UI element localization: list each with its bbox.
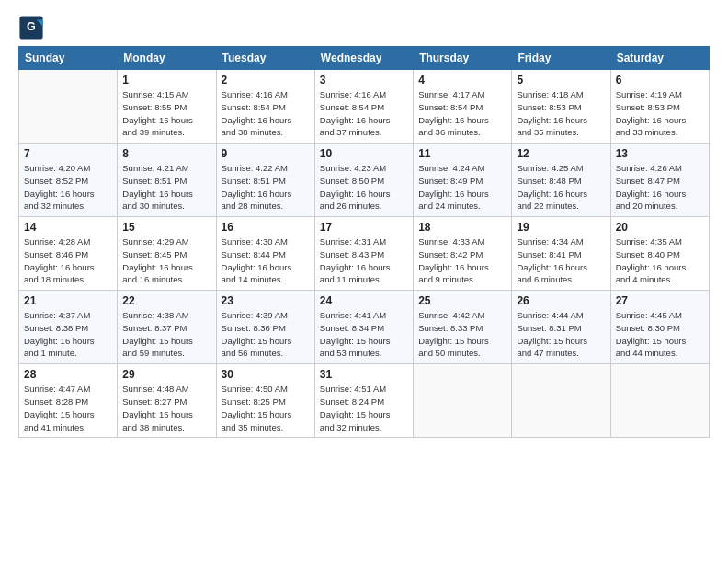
calendar-cell: 10Sunrise: 4:23 AMSunset: 8:50 PMDayligh… xyxy=(314,144,413,217)
day-number: 13 xyxy=(616,147,704,160)
calendar-cell: 5Sunrise: 4:18 AMSunset: 8:53 PMDaylight… xyxy=(512,70,610,144)
main-container: G SundayMondayTuesdayWednesdayThursdayFr… xyxy=(0,0,728,447)
logo: G xyxy=(18,15,48,40)
day-info: Sunrise: 4:42 AMSunset: 8:33 PMDaylight:… xyxy=(418,309,506,360)
calendar-cell: 16Sunrise: 4:30 AMSunset: 8:44 PMDayligh… xyxy=(216,217,314,291)
day-number: 9 xyxy=(222,147,310,160)
logo-icon: G xyxy=(18,15,44,40)
calendar-cell xyxy=(512,364,610,438)
calendar-cell: 28Sunrise: 4:47 AMSunset: 8:28 PMDayligh… xyxy=(19,364,118,438)
day-info: Sunrise: 4:41 AMSunset: 8:34 PMDaylight:… xyxy=(320,309,408,360)
day-number: 25 xyxy=(418,294,506,307)
calendar-week-3: 14Sunrise: 4:28 AMSunset: 8:46 PMDayligh… xyxy=(19,217,710,291)
calendar-cell: 19Sunrise: 4:34 AMSunset: 8:41 PMDayligh… xyxy=(512,217,610,291)
day-number: 26 xyxy=(517,294,605,307)
calendar-week-2: 7Sunrise: 4:20 AMSunset: 8:52 PMDaylight… xyxy=(19,144,710,217)
day-info: Sunrise: 4:18 AMSunset: 8:53 PMDaylight:… xyxy=(517,88,605,139)
day-info: Sunrise: 4:47 AMSunset: 8:28 PMDaylight:… xyxy=(24,383,112,433)
calendar-cell: 8Sunrise: 4:21 AMSunset: 8:51 PMDaylight… xyxy=(118,144,216,217)
day-info: Sunrise: 4:31 AMSunset: 8:43 PMDaylight:… xyxy=(320,236,408,286)
calendar-cell xyxy=(414,364,512,438)
day-info: Sunrise: 4:45 AMSunset: 8:30 PMDaylight:… xyxy=(616,309,704,360)
day-number: 23 xyxy=(222,294,310,307)
calendar-body: 1Sunrise: 4:15 AMSunset: 8:55 PMDaylight… xyxy=(19,70,710,438)
day-info: Sunrise: 4:21 AMSunset: 8:51 PMDaylight:… xyxy=(122,162,210,213)
calendar-cell: 26Sunrise: 4:44 AMSunset: 8:31 PMDayligh… xyxy=(512,291,610,364)
day-header-thursday: Thursday xyxy=(414,47,512,70)
calendar-cell: 22Sunrise: 4:38 AMSunset: 8:37 PMDayligh… xyxy=(118,291,216,364)
day-number: 29 xyxy=(122,368,210,381)
day-info: Sunrise: 4:19 AMSunset: 8:53 PMDaylight:… xyxy=(616,88,704,139)
day-number: 4 xyxy=(418,74,506,86)
calendar-cell: 23Sunrise: 4:39 AMSunset: 8:36 PMDayligh… xyxy=(216,291,314,364)
day-number: 27 xyxy=(616,294,704,307)
calendar-cell: 20Sunrise: 4:35 AMSunset: 8:40 PMDayligh… xyxy=(610,217,709,291)
day-number: 30 xyxy=(222,368,310,381)
day-header-friday: Friday xyxy=(512,47,610,70)
day-number: 21 xyxy=(24,294,112,307)
day-info: Sunrise: 4:44 AMSunset: 8:31 PMDaylight:… xyxy=(517,309,605,360)
day-info: Sunrise: 4:22 AMSunset: 8:51 PMDaylight:… xyxy=(222,162,310,213)
day-number: 19 xyxy=(517,221,605,234)
day-info: Sunrise: 4:50 AMSunset: 8:25 PMDaylight:… xyxy=(222,383,310,433)
calendar-cell: 4Sunrise: 4:17 AMSunset: 8:54 PMDaylight… xyxy=(414,70,512,144)
day-info: Sunrise: 4:15 AMSunset: 8:55 PMDaylight:… xyxy=(122,88,210,139)
calendar-cell: 18Sunrise: 4:33 AMSunset: 8:42 PMDayligh… xyxy=(414,217,512,291)
day-header-sunday: Sunday xyxy=(19,47,118,70)
day-header-tuesday: Tuesday xyxy=(216,47,314,70)
calendar-cell: 24Sunrise: 4:41 AMSunset: 8:34 PMDayligh… xyxy=(314,291,413,364)
calendar-header-row: SundayMondayTuesdayWednesdayThursdayFrid… xyxy=(19,47,710,70)
day-header-saturday: Saturday xyxy=(610,47,709,70)
day-header-wednesday: Wednesday xyxy=(314,47,413,70)
day-number: 5 xyxy=(517,74,605,86)
day-info: Sunrise: 4:28 AMSunset: 8:46 PMDaylight:… xyxy=(24,236,112,286)
day-number: 22 xyxy=(122,294,210,307)
calendar-cell xyxy=(610,364,709,438)
day-info: Sunrise: 4:20 AMSunset: 8:52 PMDaylight:… xyxy=(24,162,112,213)
calendar-cell: 11Sunrise: 4:24 AMSunset: 8:49 PMDayligh… xyxy=(414,144,512,217)
day-number: 1 xyxy=(122,74,210,86)
day-number: 24 xyxy=(320,294,408,307)
day-number: 16 xyxy=(222,221,310,234)
svg-text:G: G xyxy=(27,20,36,33)
calendar-cell: 9Sunrise: 4:22 AMSunset: 8:51 PMDaylight… xyxy=(216,144,314,217)
day-info: Sunrise: 4:26 AMSunset: 8:47 PMDaylight:… xyxy=(616,162,704,213)
calendar-cell: 13Sunrise: 4:26 AMSunset: 8:47 PMDayligh… xyxy=(610,144,709,217)
day-info: Sunrise: 4:34 AMSunset: 8:41 PMDaylight:… xyxy=(517,236,605,286)
calendar-cell: 2Sunrise: 4:16 AMSunset: 8:54 PMDaylight… xyxy=(216,70,314,144)
calendar-cell: 3Sunrise: 4:16 AMSunset: 8:54 PMDaylight… xyxy=(314,70,413,144)
day-number: 3 xyxy=(320,74,408,86)
calendar-cell: 25Sunrise: 4:42 AMSunset: 8:33 PMDayligh… xyxy=(414,291,512,364)
calendar-week-5: 28Sunrise: 4:47 AMSunset: 8:28 PMDayligh… xyxy=(19,364,710,438)
day-number: 7 xyxy=(24,147,112,160)
day-number: 18 xyxy=(418,221,506,234)
calendar-cell: 21Sunrise: 4:37 AMSunset: 8:38 PMDayligh… xyxy=(19,291,118,364)
calendar-cell: 27Sunrise: 4:45 AMSunset: 8:30 PMDayligh… xyxy=(610,291,709,364)
calendar-cell: 30Sunrise: 4:50 AMSunset: 8:25 PMDayligh… xyxy=(216,364,314,438)
calendar-cell: 29Sunrise: 4:48 AMSunset: 8:27 PMDayligh… xyxy=(118,364,216,438)
day-info: Sunrise: 4:38 AMSunset: 8:37 PMDaylight:… xyxy=(122,309,210,360)
day-info: Sunrise: 4:29 AMSunset: 8:45 PMDaylight:… xyxy=(122,236,210,286)
day-info: Sunrise: 4:51 AMSunset: 8:24 PMDaylight:… xyxy=(320,383,408,433)
day-info: Sunrise: 4:24 AMSunset: 8:49 PMDaylight:… xyxy=(418,162,506,213)
day-number: 15 xyxy=(122,221,210,234)
day-info: Sunrise: 4:30 AMSunset: 8:44 PMDaylight:… xyxy=(222,236,310,286)
day-number: 6 xyxy=(616,74,704,86)
day-number: 8 xyxy=(122,147,210,160)
day-info: Sunrise: 4:48 AMSunset: 8:27 PMDaylight:… xyxy=(122,383,210,433)
calendar-cell: 7Sunrise: 4:20 AMSunset: 8:52 PMDaylight… xyxy=(19,144,118,217)
day-number: 2 xyxy=(222,74,310,86)
day-number: 14 xyxy=(24,221,112,234)
day-number: 17 xyxy=(320,221,408,234)
calendar-cell: 12Sunrise: 4:25 AMSunset: 8:48 PMDayligh… xyxy=(512,144,610,217)
day-info: Sunrise: 4:37 AMSunset: 8:38 PMDaylight:… xyxy=(24,309,112,360)
day-info: Sunrise: 4:35 AMSunset: 8:40 PMDaylight:… xyxy=(616,236,704,286)
day-number: 20 xyxy=(616,221,704,234)
header: G xyxy=(18,15,710,40)
calendar-week-1: 1Sunrise: 4:15 AMSunset: 8:55 PMDaylight… xyxy=(19,70,710,144)
calendar-cell: 31Sunrise: 4:51 AMSunset: 8:24 PMDayligh… xyxy=(314,364,413,438)
calendar-cell: 15Sunrise: 4:29 AMSunset: 8:45 PMDayligh… xyxy=(118,217,216,291)
day-info: Sunrise: 4:23 AMSunset: 8:50 PMDaylight:… xyxy=(320,162,408,213)
day-info: Sunrise: 4:16 AMSunset: 8:54 PMDaylight:… xyxy=(320,88,408,139)
day-number: 31 xyxy=(320,368,408,381)
